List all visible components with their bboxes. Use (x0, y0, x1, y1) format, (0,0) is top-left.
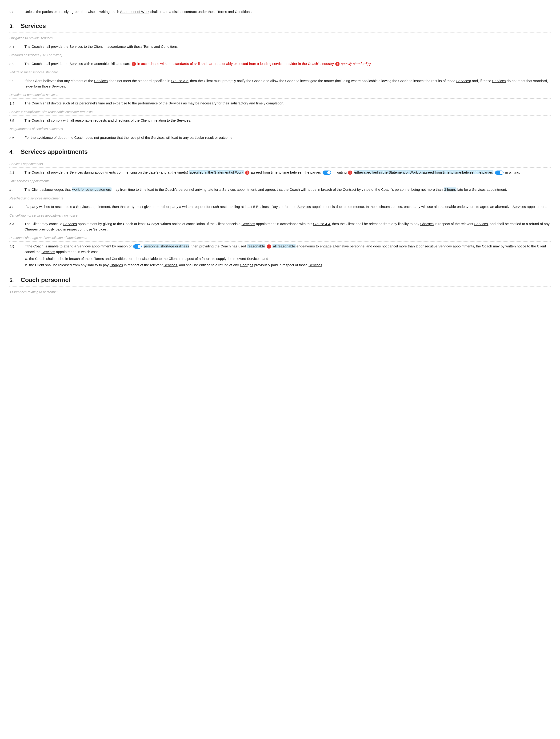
clause-3-4: 3.4 The Coach shall devote such of its p… (9, 101, 551, 106)
error-icon[interactable]: ! (132, 62, 136, 66)
services-ref: Services (222, 187, 236, 191)
clause-4-3-number: 4.3 (9, 204, 21, 209)
clause-4-4-text: The Client may cancel a Services appoint… (24, 221, 551, 232)
clause-4-2-number: 4.2 (9, 187, 21, 192)
highlight-shortage: personnel shortage or illness (144, 244, 190, 248)
clause-3-2-number: 3.2 (9, 61, 21, 66)
subsection-label-late: Late services appointments (9, 179, 551, 184)
highlight-other-customers: work for other customers (72, 187, 112, 191)
charges-ref: Charges (24, 227, 38, 231)
subsection-label-compliance: Services: compliance with reasonable cus… (9, 110, 551, 115)
subsection-label-obligation: Obligation to provide services (9, 36, 551, 41)
subsection-label-devotion: Devotion of personnel to services (9, 93, 551, 98)
clause-4-4-number: 4.4 (9, 221, 21, 232)
clause-4-4: 4.4 The Client may cancel a Services app… (9, 221, 551, 232)
clause-3-5: 3.5 The Coach shall comply with all reas… (9, 118, 551, 123)
error-icon[interactable]: ! (245, 170, 249, 175)
clause-ref: Clause 3.2 (171, 79, 188, 83)
clause-3-3-text: If the Client believes that any element … (24, 78, 551, 89)
subsection-label-no-guarantees: No guarantees of services outcomes (9, 127, 551, 132)
divider (9, 133, 551, 133)
clause-4-1-text: The Coach shall provide the Services dur… (24, 170, 551, 175)
clause-3-5-number: 3.5 (9, 118, 21, 123)
error-icon[interactable]: ! (335, 62, 339, 66)
services-ref: Services (177, 118, 190, 122)
clause-3-4-text: The Coach shall devote such of its perso… (24, 101, 551, 106)
services-ref: Services (77, 244, 91, 248)
subsection-label-personnel-shortage: Personnel shortage and cancellation of a… (9, 236, 551, 241)
services-ref: Services (513, 204, 526, 208)
clause-3-1-number: 3.1 (9, 44, 21, 49)
clause-3-6: 3.6 For the avoidance of doubt, the Coac… (9, 135, 551, 140)
subsection-label-reschedule: Rescheduling services appointments (9, 196, 551, 201)
clause-3-6-number: 3.6 (9, 135, 21, 140)
clause-3-2: 3.2 The Coach shall provide the Services… (9, 61, 551, 66)
subsection-label-cancellation: Cancellation of services appointment on … (9, 213, 551, 218)
section-3-number: 3. (9, 22, 16, 30)
highlight-either: either specified in the Statement of Wor… (354, 170, 494, 174)
sub-item-a: the Coach shall not be in breach of thes… (29, 256, 551, 261)
divider (9, 98, 551, 99)
clause-3-6-text: For the avoidance of doubt, the Coach do… (24, 135, 551, 140)
clause-number: 2.3 (9, 9, 21, 15)
services-ref: Services (76, 204, 90, 208)
highlight-hours: 3 hours (444, 187, 456, 191)
section-5-number: 5. (9, 276, 16, 284)
toggle-switch-3[interactable] (133, 244, 142, 249)
divider (9, 59, 551, 59)
services-ref: Services (297, 204, 311, 208)
services-ref: Services (474, 222, 488, 226)
services-ref: Services (51, 84, 65, 88)
charges-ref: Charges (110, 263, 123, 267)
services-ref: Services (69, 61, 83, 65)
section-4-heading: 4. Services appointments (9, 147, 551, 158)
divider (9, 241, 551, 242)
services-ref: Services (63, 222, 77, 226)
services-ref: Services (93, 227, 107, 231)
services-ref: Services (472, 187, 485, 191)
clause-4-2: 4.2 The Client acknowledges that work fo… (9, 187, 551, 192)
services-ref: Services (69, 44, 83, 48)
section-5-heading: 5. Coach personnel (9, 275, 551, 286)
charges-ref: Charges (240, 263, 253, 267)
services-ref: Services (163, 263, 177, 267)
sub-item-b: the Client shall be released from any li… (29, 262, 551, 268)
clause-4-5-text: If the Coach is unable to attend a Servi… (24, 244, 551, 269)
services-ref: Services (242, 222, 255, 226)
services-ref: Services (94, 79, 108, 83)
services-ref: Services (492, 79, 506, 83)
business-days-ref: Business Days (256, 204, 280, 208)
subsection-label-failure: Failure to meet services standard (9, 70, 551, 75)
clause-ref: Clause 4.4 (313, 222, 330, 226)
divider (9, 167, 551, 168)
services-ref: Services (151, 136, 165, 139)
services-ref: Services (42, 250, 55, 254)
services-ref: Services (168, 101, 182, 105)
toggle-switch-1[interactable] (322, 170, 331, 175)
clause-3-1-text: The Coach shall provide the Services to … (24, 44, 551, 49)
charges-ref: Charges (420, 222, 434, 226)
error-icon-3[interactable]: ! (267, 244, 271, 249)
clause-text: Unless the parties expressly agree other… (24, 9, 551, 15)
clause-4-3: 4.3 If a party wishes to reschedule a Se… (9, 204, 551, 209)
sow-ref: Statement of Work (214, 170, 243, 174)
highlight-specified: specified in the Statement of Work (189, 170, 244, 174)
statement-of-work-ref: Statement of Work (120, 10, 149, 14)
section-5-title: Coach personnel (21, 275, 71, 285)
divider (9, 219, 551, 219)
subsection-label-standard: Standard of services (B2C or mixed) (9, 53, 551, 58)
sub-list-4-5: the Coach shall not be in breach of thes… (24, 256, 551, 268)
clause-4-2-text: The Client acknowledges that work for ot… (24, 187, 551, 192)
highlight-all-reasonable: all reasonable (272, 244, 295, 248)
clause-3-3: 3.3 If the Client believes that any elem… (9, 78, 551, 89)
highlight-text: in accordance with the standards of skil… (137, 61, 334, 65)
subsection-label-svc-appt: Services appointments (9, 162, 551, 167)
divider (9, 202, 551, 202)
error-icon-2[interactable]: ! (348, 170, 352, 175)
clause-3-5-text: The Coach shall comply with all reasonab… (24, 118, 551, 123)
section-4-number: 4. (9, 148, 16, 156)
section-4-title: Services appointments (21, 147, 88, 156)
clause-4-1-number: 4.1 (9, 170, 21, 175)
services-ref: Services (456, 79, 470, 83)
toggle-switch-2[interactable] (495, 170, 504, 175)
